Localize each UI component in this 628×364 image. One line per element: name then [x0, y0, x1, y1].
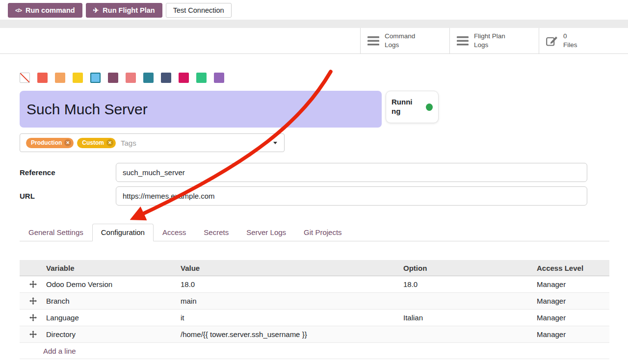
color-swatch-none[interactable] [20, 73, 30, 83]
cell-variable: Branch [46, 297, 181, 305]
edit-icon [546, 35, 558, 46]
files-button[interactable]: 0 Files [539, 28, 628, 53]
tag-production-remove-icon[interactable]: ✕ [64, 139, 71, 146]
cell-access-level: Manager [537, 297, 609, 305]
header-value[interactable]: Value [181, 264, 403, 272]
stat-buttons-bar: Command Logs Flight Plan Logs 0 Files [0, 28, 628, 54]
color-swatch-8[interactable] [161, 73, 171, 83]
tag-production-label: Production [31, 139, 62, 146]
url-input[interactable] [116, 186, 587, 206]
reference-input[interactable] [116, 163, 587, 182]
files-label: Files [563, 41, 577, 50]
run-command-button[interactable]: </> Run command [8, 3, 82, 18]
cell-access-level: Manager [537, 330, 609, 338]
tags-field[interactable]: Production ✕ Custom ✕ Tags [20, 133, 285, 152]
reference-label: Reference [20, 168, 116, 177]
color-swatch-11[interactable] [214, 73, 224, 83]
cell-option: 18.0 [403, 280, 537, 288]
server-form: Running Production ✕ Custom ✕ Tags Refer… [0, 73, 628, 359]
status-card: Running [386, 91, 439, 123]
run-command-label: Run command [26, 6, 75, 14]
breadcrumb-strip [0, 20, 628, 28]
command-logs-label-line2: Logs [385, 41, 415, 50]
top-toolbar: </> Run command ✈ Run Flight Plan Test C… [0, 0, 628, 20]
config-variables-table: Variable Value Option Access Level Odoo … [20, 260, 609, 359]
header-variable[interactable]: Variable [46, 264, 181, 272]
tag-production[interactable]: Production ✕ [26, 138, 74, 148]
drag-handle-icon[interactable] [29, 314, 37, 321]
code-icon: </> [15, 7, 22, 13]
table-row[interactable]: Directory /home/{{ tower.server.ssh_user… [20, 326, 609, 343]
tab-access[interactable]: Access [154, 224, 195, 241]
url-label: URL [20, 192, 116, 200]
url-field-row: URL [20, 186, 609, 206]
list-icon [367, 36, 379, 46]
plane-icon: ✈ [93, 6, 99, 14]
cell-variable: Directory [46, 330, 181, 338]
status-label: Running [392, 98, 415, 116]
list-icon [457, 36, 469, 46]
tab-configuration[interactable]: Configuration [92, 224, 154, 241]
flight-plan-logs-button[interactable]: Flight Plan Logs [449, 28, 539, 53]
color-swatch-10[interactable] [196, 73, 207, 83]
tab-secrets[interactable]: Secrets [195, 224, 237, 241]
color-swatch-6[interactable] [126, 73, 136, 83]
cell-option: Italian [403, 313, 537, 322]
tag-custom-remove-icon[interactable]: ✕ [106, 139, 113, 146]
tag-custom[interactable]: Custom ✕ [77, 138, 116, 148]
tab-server-logs[interactable]: Server Logs [237, 224, 295, 241]
cell-access-level: Manager [537, 313, 609, 322]
color-palette [20, 73, 609, 83]
cell-value: it [181, 313, 403, 322]
color-swatch-3[interactable] [73, 73, 83, 83]
table-row[interactable]: Branch main Manager [20, 293, 609, 310]
header-access-level[interactable]: Access Level [537, 264, 609, 272]
run-flight-plan-button[interactable]: ✈ Run Flight Plan [86, 3, 162, 18]
status-dot [426, 104, 433, 111]
cell-access-level: Manager [537, 280, 609, 288]
color-swatch-2[interactable] [55, 73, 65, 83]
tab-git-projects[interactable]: Git Projects [295, 224, 351, 241]
drag-handle-icon[interactable] [29, 331, 37, 338]
header-option[interactable]: Option [403, 264, 537, 272]
run-flight-plan-label: Run Flight Plan [103, 6, 155, 14]
table-header-row: Variable Value Option Access Level [20, 260, 609, 276]
drag-handle-icon[interactable] [29, 281, 37, 288]
color-swatch-5[interactable] [108, 73, 118, 83]
color-swatch-9[interactable] [179, 73, 189, 83]
cell-value: 18.0 [181, 280, 403, 288]
tag-custom-label: Custom [82, 139, 104, 146]
test-connection-label: Test Connection [173, 6, 224, 14]
chevron-down-icon[interactable] [273, 142, 277, 144]
command-logs-button[interactable]: Command Logs [360, 28, 449, 53]
add-a-line-link[interactable]: Add a line [43, 347, 609, 355]
cell-value: main [181, 297, 403, 305]
notebook-tabs: General Settings Configuration Access Se… [20, 224, 609, 241]
color-swatch-1[interactable] [37, 73, 48, 83]
color-swatch-7[interactable] [143, 73, 154, 83]
flight-plan-logs-label-line2: Logs [474, 41, 505, 50]
server-name-input[interactable] [20, 91, 382, 128]
test-connection-button[interactable]: Test Connection [166, 3, 232, 18]
name-row: Running [20, 91, 609, 128]
tags-placeholder: Tags [121, 139, 136, 147]
reference-field-row: Reference [20, 163, 609, 182]
cell-value: /home/{{ tower.server.ssh_username }} [181, 330, 403, 338]
cell-variable: Language [46, 313, 181, 322]
files-count: 0 [563, 32, 577, 41]
drag-handle-icon[interactable] [29, 297, 37, 305]
tab-general-settings[interactable]: General Settings [20, 224, 92, 241]
add-line-row: Add a line [20, 343, 609, 359]
color-swatch-4-selected[interactable] [90, 73, 101, 83]
flight-plan-logs-label-line1: Flight Plan [474, 32, 505, 41]
table-row[interactable]: Odoo Demo Version 18.0 18.0 Manager [20, 276, 609, 293]
table-row[interactable]: Language it Italian Manager [20, 310, 609, 326]
command-logs-label-line1: Command [385, 32, 415, 41]
cell-variable: Odoo Demo Version [46, 280, 181, 288]
